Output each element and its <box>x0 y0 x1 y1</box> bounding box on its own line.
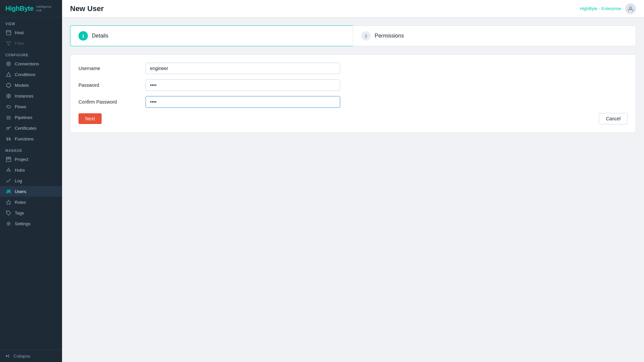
wizard-tabs: 1 Details 2 Permissions <box>70 25 636 46</box>
sidebar-item-settings[interactable]: Settings <box>0 218 62 229</box>
hubs-icon <box>5 167 11 173</box>
sidebar-item-instances[interactable]: Instances <box>0 90 62 101</box>
step2-number: 2 <box>361 31 371 41</box>
content-area: 1 Details 2 Permissions Username Passwor… <box>62 17 644 362</box>
svg-point-4 <box>8 63 9 65</box>
confirm-password-input[interactable] <box>146 96 340 108</box>
sidebar-item-pipelines[interactable]: Pipelines <box>0 112 62 123</box>
view-section-label: VIEW <box>0 17 62 27</box>
password-row: Password <box>78 79 628 91</box>
step1-label: Details <box>92 33 108 39</box>
sidebar: HighByte Intelligence Hub VIEW Host Filt… <box>0 0 62 362</box>
logo-text: HighByte <box>5 5 34 12</box>
hubs-label: Hubs <box>15 168 57 173</box>
svg-rect-17 <box>9 158 10 159</box>
instances-icon <box>5 93 11 99</box>
collapse-label: Collapse <box>13 354 31 359</box>
topbar: New User HighByte - Enterprise <box>62 0 644 17</box>
step1-number: 1 <box>78 31 88 41</box>
conditions-label: Conditions <box>15 72 57 77</box>
sidebar-item-log[interactable]: Log <box>0 175 62 186</box>
enterprise-label: HighByte - Enterprise <box>580 6 621 11</box>
models-icon <box>5 82 11 88</box>
svg-line-14 <box>8 127 11 128</box>
project-label: Project <box>15 157 57 162</box>
svg-point-23 <box>9 190 10 191</box>
wizard-tab-permissions[interactable]: 2 Permissions <box>353 25 636 46</box>
sidebar-item-connections[interactable]: Connections <box>0 58 62 69</box>
tags-icon <box>5 210 11 216</box>
username-label: Username <box>78 66 146 71</box>
username-row: Username <box>78 63 628 74</box>
sidebar-item-roles[interactable]: Roles <box>0 197 62 207</box>
svg-point-3 <box>6 62 10 66</box>
tags-label: Tags <box>15 210 57 216</box>
project-icon <box>5 156 11 162</box>
pipelines-label: Pipelines <box>15 115 57 120</box>
logo: HighByte <box>5 5 34 12</box>
confirm-password-label: Confirm Password <box>78 99 146 105</box>
host-icon <box>5 29 11 36</box>
settings-icon <box>5 221 11 227</box>
collapse-button[interactable]: Collapse <box>5 353 57 359</box>
svg-rect-0 <box>6 31 11 35</box>
password-input[interactable] <box>146 79 340 91</box>
svg-point-24 <box>7 212 8 212</box>
user-avatar-button[interactable] <box>625 3 636 14</box>
sidebar-item-certificates[interactable]: Certificates <box>0 123 62 133</box>
next-button[interactable]: Next <box>78 113 102 124</box>
password-label: Password <box>78 82 146 88</box>
pipelines-icon <box>5 114 11 120</box>
svg-point-19 <box>8 168 9 168</box>
certificates-label: Certificates <box>15 126 57 131</box>
filter-icon <box>5 40 11 46</box>
sidebar-item-models[interactable]: Models <box>0 80 62 90</box>
logo-subtitle: Intelligence Hub <box>36 5 52 12</box>
certificates-icon <box>5 125 11 131</box>
models-label: Models <box>15 83 57 88</box>
svg-point-28 <box>630 7 632 9</box>
svg-point-20 <box>10 170 10 171</box>
svg-rect-16 <box>7 158 8 159</box>
main-area: New User HighByte - Enterprise 1 Details… <box>62 0 644 362</box>
instances-label: Instances <box>15 94 57 99</box>
sidebar-item-tags[interactable]: Tags <box>0 207 62 218</box>
topbar-right: HighByte - Enterprise <box>580 3 636 14</box>
roles-icon <box>5 199 11 205</box>
roles-label: Roles <box>15 200 57 205</box>
sidebar-item-project[interactable]: Project <box>0 154 62 165</box>
sidebar-item-flows[interactable]: Flows <box>0 101 62 112</box>
sidebar-bottom: Collapse <box>0 350 62 362</box>
filter-label: Filter <box>15 41 57 46</box>
cancel-button[interactable]: Cancel <box>599 113 628 124</box>
connections-label: Connections <box>15 61 57 66</box>
connections-icon <box>5 61 11 67</box>
functions-label: Functions <box>15 136 57 141</box>
settings-label: Settings <box>15 221 57 226</box>
form-section: Username Password Confirm Password Next … <box>70 54 636 133</box>
confirm-password-row: Confirm Password <box>78 96 628 108</box>
sidebar-item-hubs[interactable]: Hubs <box>0 165 62 175</box>
configure-section-label: CONFIGURE <box>0 49 62 58</box>
functions-icon <box>5 136 11 142</box>
sidebar-item-filter: Filter <box>0 38 62 49</box>
sidebar-item-conditions[interactable]: Conditions <box>0 69 62 80</box>
conditions-icon <box>5 71 11 77</box>
wizard-tab-details[interactable]: 1 Details <box>70 25 353 46</box>
svg-point-25 <box>8 223 9 225</box>
svg-marker-5 <box>6 72 11 76</box>
svg-point-13 <box>7 127 9 129</box>
users-label: Users <box>15 189 57 194</box>
sidebar-item-users[interactable]: Users <box>0 186 62 197</box>
step2-label: Permissions <box>375 33 404 39</box>
svg-point-21 <box>6 170 7 171</box>
svg-marker-2 <box>6 42 11 45</box>
manage-section-label: MANAGE <box>0 144 62 154</box>
username-input[interactable] <box>146 63 340 74</box>
users-icon <box>5 188 11 194</box>
sidebar-item-host[interactable]: Host <box>0 27 62 38</box>
host-label: Host <box>15 30 57 35</box>
svg-point-18 <box>7 169 9 171</box>
page-title: New User <box>70 4 104 13</box>
sidebar-item-functions[interactable]: Functions <box>0 133 62 144</box>
